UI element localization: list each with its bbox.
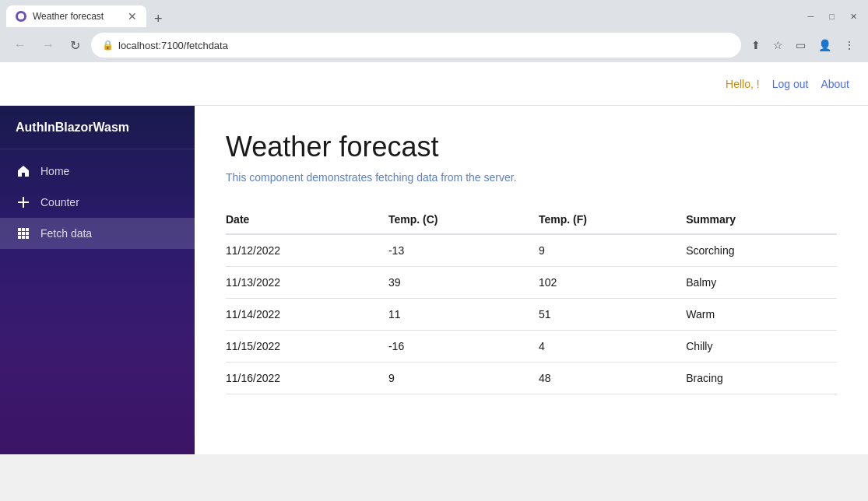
- about-link[interactable]: About: [821, 78, 849, 90]
- home-icon: [16, 163, 31, 179]
- cell-date: 11/14/2022: [226, 299, 388, 331]
- maximize-button[interactable]: □: [824, 10, 839, 23]
- cell-date: 11/12/2022: [226, 234, 388, 267]
- svg-rect-4: [22, 232, 25, 235]
- sidebar: AuthInBlazorWasm Home: [0, 106, 195, 454]
- browser-chrome: Weather forecast ✕ + ─ □ ✕ ← → ↻ 🔒 local…: [0, 0, 868, 62]
- lock-icon: 🔒: [102, 40, 114, 51]
- sidebar-item-counter-label: Counter: [40, 196, 79, 208]
- col-date: Date: [226, 205, 388, 234]
- new-tab-button[interactable]: +: [148, 11, 169, 27]
- logout-button[interactable]: Log out: [772, 78, 809, 90]
- sidebar-toggle-icon[interactable]: ▭: [792, 36, 810, 54]
- sidebar-item-home[interactable]: Home: [0, 156, 195, 187]
- share-icon[interactable]: ⬆: [747, 36, 764, 54]
- bookmark-icon[interactable]: ☆: [769, 36, 787, 54]
- cell-summary: Bracing: [686, 363, 837, 394]
- address-bar: ← → ↻ 🔒 localhost:7100/fetchdata ⬆ ☆ ▭ 👤…: [0, 28, 868, 62]
- page-description: This component demonstrates fetching dat…: [226, 171, 837, 184]
- weather-table: Date Temp. (C) Temp. (F) Summary 11/12/2…: [226, 205, 837, 394]
- header-bar: Hello, ! Log out About: [0, 62, 868, 106]
- cell-summary: Balmy: [686, 267, 837, 299]
- forward-button[interactable]: →: [37, 35, 59, 55]
- cell-summary: Warm: [686, 299, 837, 331]
- cell-tempf: 9: [539, 234, 686, 267]
- col-summary: Summary: [686, 205, 837, 234]
- url-bar[interactable]: 🔒 localhost:7100/fetchdata: [91, 33, 741, 58]
- back-button[interactable]: ←: [9, 35, 31, 55]
- sidebar-item-counter[interactable]: Counter: [0, 187, 195, 218]
- cell-tempc: -13: [388, 234, 539, 267]
- hello-text: Hello, !: [726, 78, 760, 90]
- sidebar-nav: Home Counter: [0, 149, 195, 454]
- cell-tempf: 48: [539, 363, 686, 394]
- menu-icon[interactable]: ⋮: [840, 36, 859, 54]
- table-row: 11/12/2022 -13 9 Scorching: [226, 234, 837, 267]
- cell-tempc: 9: [388, 363, 539, 394]
- toolbar-icons: ⬆ ☆ ▭ 👤 ⋮: [747, 36, 859, 54]
- content-area: AuthInBlazorWasm Home: [0, 106, 868, 454]
- cell-tempf: 4: [539, 331, 686, 363]
- svg-rect-1: [22, 228, 25, 231]
- col-tempc: Temp. (C): [388, 205, 539, 234]
- cell-date: 11/15/2022: [226, 331, 388, 363]
- table-header-row: Date Temp. (C) Temp. (F) Summary: [226, 205, 837, 234]
- plus-icon: [16, 194, 31, 210]
- table-row: 11/14/2022 11 51 Warm: [226, 299, 837, 331]
- main-content: Weather forecast This component demonstr…: [195, 106, 868, 454]
- svg-rect-0: [18, 228, 21, 231]
- minimize-button[interactable]: ─: [803, 10, 819, 23]
- profile-icon[interactable]: 👤: [814, 36, 835, 54]
- refresh-button[interactable]: ↻: [65, 35, 85, 56]
- tab-area: Weather forecast ✕ +: [6, 5, 803, 27]
- svg-rect-3: [18, 232, 21, 235]
- app-container: Hello, ! Log out About AuthInBlazorWasm …: [0, 62, 868, 454]
- sidebar-brand: AuthInBlazorWasm: [0, 106, 195, 149]
- cell-date: 11/13/2022: [226, 267, 388, 299]
- sidebar-item-home-label: Home: [40, 165, 69, 177]
- svg-rect-7: [22, 236, 25, 239]
- url-text: localhost:7100/fetchdata: [118, 40, 228, 51]
- col-tempf: Temp. (F): [539, 205, 686, 234]
- table-row: 11/15/2022 -16 4 Chilly: [226, 331, 837, 363]
- sidebar-item-fetchdata[interactable]: Fetch data: [0, 218, 195, 249]
- cell-tempc: 39: [388, 267, 539, 299]
- cell-summary: Scorching: [686, 234, 837, 267]
- cell-tempc: 11: [388, 299, 539, 331]
- tab-close-button[interactable]: ✕: [128, 11, 137, 22]
- sidebar-item-fetchdata-label: Fetch data: [40, 227, 92, 240]
- svg-rect-5: [26, 232, 29, 235]
- svg-rect-2: [26, 228, 29, 231]
- cell-tempf: 102: [539, 267, 686, 299]
- close-button[interactable]: ✕: [845, 10, 862, 23]
- cell-date: 11/16/2022: [226, 363, 388, 394]
- title-bar: Weather forecast ✕ + ─ □ ✕: [0, 0, 868, 28]
- table-row: 11/13/2022 39 102 Balmy: [226, 267, 837, 299]
- tab-title: Weather forecast: [33, 11, 104, 22]
- svg-rect-8: [26, 236, 29, 239]
- cell-summary: Chilly: [686, 331, 837, 363]
- table-icon: [16, 226, 31, 241]
- page-title: Weather forecast: [226, 131, 837, 163]
- cell-tempc: -16: [388, 331, 539, 363]
- window-controls: ─ □ ✕: [803, 10, 862, 23]
- active-tab[interactable]: Weather forecast ✕: [6, 5, 146, 27]
- tab-favicon: [16, 11, 26, 22]
- table-row: 11/16/2022 9 48 Bracing: [226, 363, 837, 394]
- cell-tempf: 51: [539, 299, 686, 331]
- svg-rect-6: [18, 236, 21, 239]
